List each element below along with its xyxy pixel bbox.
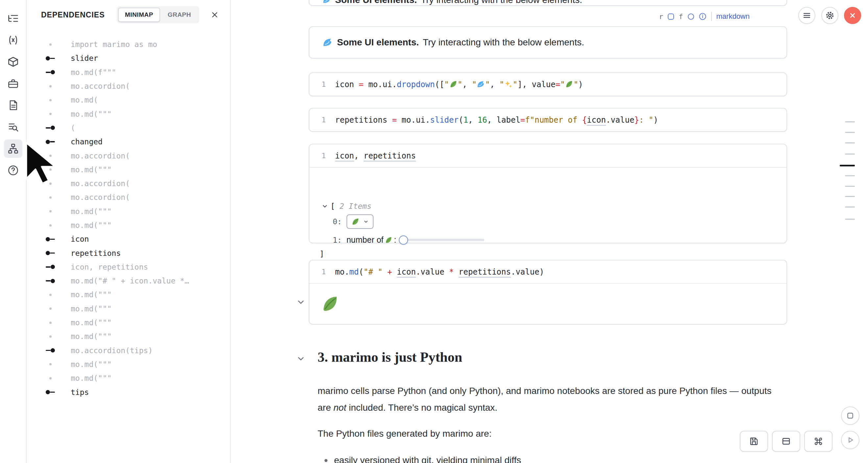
items-count-label: 2 Items <box>340 202 372 211</box>
cell-dot-marker <box>40 113 61 115</box>
slider-widget[interactable] <box>400 239 484 241</box>
notebook-menu-button[interactable] <box>798 7 815 24</box>
minimap-cell-line[interactable] <box>845 196 855 197</box>
markdown-output: Some UI elements. Try interacting with t… <box>309 27 786 58</box>
rail-variables-button[interactable] <box>4 31 22 49</box>
dependency-item[interactable]: icon, repetitions <box>27 260 230 274</box>
rail-snippets-button[interactable] <box>4 74 22 93</box>
dependency-item-label: mo.md(""" <box>71 374 112 382</box>
code-line[interactable]: icon, repetitions <box>335 151 416 160</box>
dependency-item-label: mo.md(""" <box>71 360 112 369</box>
dependency-graph-icon <box>7 143 19 155</box>
dependency-item[interactable]: mo.accordion( <box>27 190 230 204</box>
minimap-tab[interactable]: MINIMAP <box>118 7 160 22</box>
dependency-item[interactable]: icon <box>27 232 230 246</box>
dependency-item[interactable]: mo.md(""" <box>27 163 230 177</box>
minimap-cell-line[interactable] <box>840 165 855 166</box>
code-cell-tuple[interactable]: 1 icon, repetitions [ 2 Items 0: 1: numb… <box>309 144 787 243</box>
dependency-item-label: repetitions <box>71 249 121 257</box>
dependency-item[interactable]: mo.accordion( <box>27 79 230 93</box>
minimap-cell-line[interactable] <box>845 186 855 187</box>
dependency-item[interactable]: repetitions <box>27 246 230 260</box>
dependency-item[interactable]: changed <box>27 135 230 149</box>
dependency-item[interactable]: import marimo as mo <box>27 37 230 51</box>
dependency-item[interactable]: mo.md(""" <box>27 358 230 371</box>
dependency-item-label: mo.md(""" <box>71 290 112 299</box>
code-line[interactable]: icon = mo.ui.dropdown(["", "", ""], valu… <box>335 80 583 89</box>
rail-help-button[interactable] <box>4 161 22 180</box>
dependency-item[interactable]: slider <box>27 51 230 65</box>
code-line[interactable]: mo.md("# " + icon.value * repetitions.va… <box>335 267 544 277</box>
graph-tab[interactable]: GRAPH <box>161 7 198 22</box>
dependency-item[interactable]: mo.md(f""" <box>27 65 230 79</box>
dependency-item-label: mo.md(""" <box>71 305 112 313</box>
dependency-item[interactable]: ( <box>27 121 230 135</box>
code-cell-dropdown[interactable]: 1 icon = mo.ui.dropdown(["", "", ""], va… <box>309 72 787 96</box>
play-icon <box>845 435 855 445</box>
minimap-cell-line[interactable] <box>845 132 855 133</box>
dropdown-widget[interactable] <box>346 214 373 229</box>
toggle-circle-icon[interactable] <box>688 13 694 20</box>
dependency-item[interactable]: mo.accordion( <box>27 177 230 190</box>
cell-dot-marker <box>40 183 61 185</box>
rail-packages-button[interactable] <box>4 53 22 71</box>
section-collapse-chevron[interactable] <box>295 353 306 364</box>
dependency-item-label: mo.md("# " + icon.value *… <box>71 277 189 285</box>
markdown-editor-text: Some UI elements. Try interacting with t… <box>322 0 582 5</box>
minimap-cell-line[interactable] <box>845 207 855 208</box>
markdown-output-cell[interactable]: Some UI elements. Try interacting with t… <box>309 26 787 59</box>
code-line[interactable]: repetitions = mo.ui.slider(1, 16, label=… <box>335 116 658 125</box>
rail-dependency-graph-button[interactable] <box>4 140 22 158</box>
code-cell-md-heading[interactable]: 1 mo.md("# " + icon.value * repetitions.… <box>309 260 787 325</box>
cell-dot-marker <box>40 224 61 226</box>
dependency-item[interactable]: mo.md(""" <box>27 205 230 218</box>
markdown-editor-cell-cutoff[interactable]: Some UI elements. Try interacting with t… <box>309 0 787 6</box>
dependency-item[interactable]: mo.accordion( <box>27 149 230 162</box>
cell-dot-marker <box>40 321 61 324</box>
save-button[interactable] <box>740 431 768 452</box>
dependency-item[interactable]: mo.accordion(tips) <box>27 344 230 358</box>
keyboard-shortcuts-button[interactable] <box>804 431 833 452</box>
dependency-item[interactable]: mo.md(""" <box>27 316 230 330</box>
bullet-item: easily versioned with git, yielding mini… <box>324 455 521 463</box>
shutdown-button[interactable] <box>844 7 861 24</box>
dependency-item[interactable]: mo.md(""" <box>27 288 230 302</box>
dependency-item-label: mo.md(""" <box>71 332 112 341</box>
minimap-cell-line[interactable] <box>845 143 855 143</box>
rail-documentation-button[interactable] <box>4 96 22 115</box>
slider-knob[interactable] <box>399 236 408 245</box>
minimap-cell-line[interactable] <box>845 154 855 155</box>
dependency-item[interactable]: mo.md(""" <box>27 302 230 316</box>
cell-node-marker <box>40 70 61 74</box>
settings-button[interactable] <box>821 7 838 24</box>
packages-icon <box>7 56 19 68</box>
rail-logs-search-button[interactable] <box>4 118 22 136</box>
cell-language-label[interactable]: markdown <box>716 12 750 21</box>
bullet-dot <box>324 459 328 462</box>
cell-dot-marker <box>40 196 61 198</box>
minimap-cell-line[interactable] <box>845 175 855 176</box>
dependency-item[interactable]: mo.md( <box>27 93 230 107</box>
cell-node-marker <box>40 265 61 269</box>
dependency-item[interactable]: mo.md(""" <box>27 218 230 232</box>
dependency-item[interactable]: tips <box>27 385 230 399</box>
line-number: 1 <box>309 116 335 124</box>
info-icon[interactable] <box>699 12 707 21</box>
minimap-cell-line[interactable] <box>845 121 855 122</box>
dependency-item[interactable]: mo.md(""" <box>27 330 230 343</box>
dependency-item[interactable]: mo.md(""" <box>27 371 230 385</box>
wave-icon <box>477 80 485 89</box>
rail-outline-button[interactable] <box>4 9 22 28</box>
panel-close-button[interactable] <box>209 9 220 21</box>
app-view-button[interactable] <box>841 406 860 425</box>
run-all-button[interactable] <box>841 431 860 449</box>
cell-collapse-chevron[interactable] <box>295 297 306 308</box>
cell-dot-marker <box>40 155 61 157</box>
collapse-chevron-icon[interactable] <box>321 203 329 210</box>
dependency-item[interactable]: mo.md("# " + icon.value *… <box>27 274 230 288</box>
checkbox-square-icon[interactable] <box>668 13 674 20</box>
dependency-item[interactable]: mo.md(""" <box>27 107 230 121</box>
code-cell-slider[interactable]: 1 repetitions = mo.ui.slider(1, 16, labe… <box>309 108 787 132</box>
minimap-cell-line[interactable] <box>845 219 855 220</box>
layout-rows-button[interactable] <box>772 431 800 452</box>
